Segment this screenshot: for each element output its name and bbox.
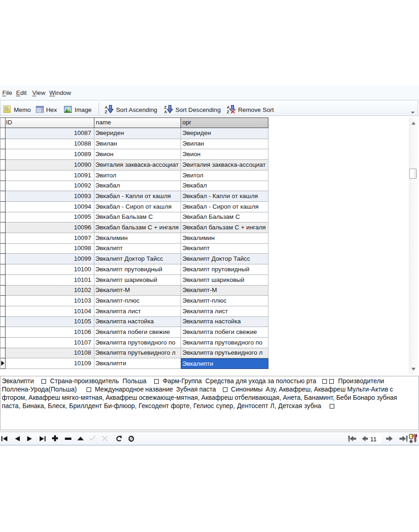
- svg-text:A: A: [164, 110, 167, 114]
- svg-text:Z: Z: [105, 110, 107, 114]
- svg-text:A: A: [105, 105, 108, 110]
- svg-text:A: A: [227, 105, 230, 110]
- svg-text:Z: Z: [227, 110, 229, 114]
- svg-text:Z: Z: [164, 105, 167, 110]
